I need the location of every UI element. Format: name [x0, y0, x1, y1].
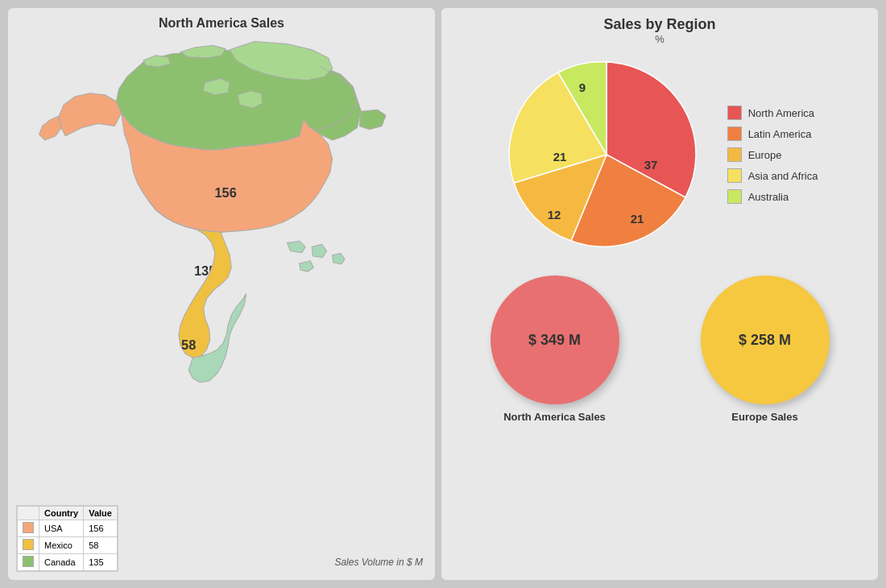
legend-item-latin-america: Latin America	[727, 126, 818, 141]
legend-mexico-label: Mexico	[39, 537, 84, 554]
mexico-value-label: 58	[181, 337, 196, 352]
europe-sales-value: $ 258 M	[739, 332, 791, 349]
north-america-map: 135 156 58	[16, 34, 427, 501]
map-container: 135 156 58	[16, 34, 427, 501]
legend-label-latin-america: Latin America	[748, 128, 812, 140]
pie-label-north-america: 37	[644, 158, 657, 172]
pie-chart-container: 37 21 12 21 9	[502, 50, 711, 259]
left-panel: North America Sales	[8, 8, 435, 580]
legend-mexico-value: 58	[84, 537, 118, 554]
legend-canada-label: Canada	[39, 554, 84, 571]
legend-color-australia	[727, 189, 742, 204]
alaska-region	[59, 93, 122, 136]
pie-label-europe: 12	[547, 208, 561, 222]
pie-legend: North America Latin America Europe Asia …	[727, 106, 818, 204]
north-america-sales-circle-item: $ 349 M North America Sales	[491, 275, 619, 423]
north-america-sales-label: North America Sales	[503, 411, 606, 423]
legend-usa-value: 156	[84, 520, 118, 537]
legend-item-australia: Australia	[727, 189, 818, 204]
map-legend: Country Value USA 156 Mexico 58 Canada 1…	[16, 505, 118, 572]
pie-chart-svg: 37 21 12 21 9	[502, 50, 711, 259]
pie-label-asia-africa: 21	[553, 150, 566, 164]
usa-value-label: 156	[214, 185, 236, 200]
legend-label-europe: Europe	[748, 149, 782, 161]
right-panel: Sales by Region %	[441, 8, 878, 580]
north-america-sales-bubble: $ 349 M	[491, 275, 619, 404]
legend-color-north-america	[727, 106, 742, 120]
europe-sales-label: Europe Sales	[731, 411, 797, 423]
legend-value-header: Value	[84, 507, 118, 520]
right-panel-title: Sales by Region	[603, 16, 715, 33]
legend-color-europe	[727, 147, 742, 162]
legend-row-mexico: Mexico 58	[18, 537, 118, 554]
sales-volume-label: Sales Volume in $ M	[334, 557, 423, 568]
legend-usa-label: USA	[39, 520, 84, 537]
legend-item-north-america: North America	[727, 106, 818, 120]
bottom-circles: $ 349 M North America Sales $ 258 M Euro…	[449, 275, 870, 423]
north-america-sales-value: $ 349 M	[528, 332, 581, 349]
canada-region	[116, 42, 386, 151]
pie-section: 37 21 12 21 9 North America Latin Americ…	[449, 50, 870, 259]
legend-row-usa: USA 156	[18, 520, 118, 537]
legend-canada-value: 135	[84, 554, 118, 571]
legend-label-asia-africa: Asia and Africa	[748, 170, 818, 182]
europe-sales-circle-item: $ 258 M Europe Sales	[701, 275, 830, 423]
legend-country-header: Country	[39, 507, 84, 520]
legend-color-latin-america	[727, 126, 742, 141]
legend-color-asia-africa	[727, 168, 742, 183]
europe-sales-bubble: $ 258 M	[701, 275, 830, 404]
pie-label-australia: 9	[578, 81, 585, 94]
pie-label-latin-america: 21	[630, 212, 644, 226]
legend-label-australia: Australia	[748, 191, 789, 203]
canada-color-swatch	[23, 556, 34, 567]
main-container: North America Sales	[8, 8, 878, 580]
legend-item-europe: Europe	[727, 147, 818, 162]
legend-row-canada: Canada 135	[18, 554, 118, 571]
mexico-color-swatch	[23, 539, 34, 550]
right-panel-subtitle: %	[655, 33, 664, 45]
legend-label-north-america: North America	[748, 107, 814, 119]
left-panel-title: North America Sales	[16, 16, 427, 31]
legend-item-asia-africa: Asia and Africa	[727, 168, 818, 183]
usa-color-swatch	[23, 522, 34, 533]
